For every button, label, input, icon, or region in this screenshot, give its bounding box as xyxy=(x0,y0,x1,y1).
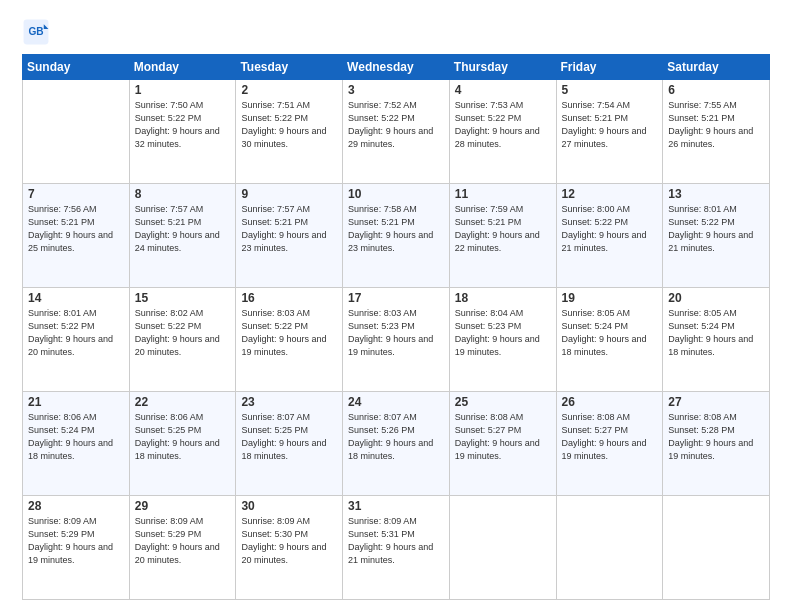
day-detail: Sunrise: 8:09 AMSunset: 5:29 PMDaylight:… xyxy=(135,515,231,567)
calendar-cell: 31Sunrise: 8:09 AMSunset: 5:31 PMDayligh… xyxy=(343,496,450,600)
day-number: 30 xyxy=(241,499,337,513)
day-number: 25 xyxy=(455,395,551,409)
day-number: 13 xyxy=(668,187,764,201)
calendar-cell: 4Sunrise: 7:53 AMSunset: 5:22 PMDaylight… xyxy=(449,80,556,184)
day-detail: Sunrise: 7:51 AMSunset: 5:22 PMDaylight:… xyxy=(241,99,337,151)
day-number: 10 xyxy=(348,187,444,201)
calendar-cell: 1Sunrise: 7:50 AMSunset: 5:22 PMDaylight… xyxy=(129,80,236,184)
calendar-cell: 10Sunrise: 7:58 AMSunset: 5:21 PMDayligh… xyxy=(343,184,450,288)
day-number: 24 xyxy=(348,395,444,409)
day-number: 23 xyxy=(241,395,337,409)
calendar-week-3: 21Sunrise: 8:06 AMSunset: 5:24 PMDayligh… xyxy=(23,392,770,496)
day-detail: Sunrise: 7:53 AMSunset: 5:22 PMDaylight:… xyxy=(455,99,551,151)
day-number: 3 xyxy=(348,83,444,97)
day-detail: Sunrise: 8:07 AMSunset: 5:25 PMDaylight:… xyxy=(241,411,337,463)
logo-icon: GB xyxy=(22,18,50,46)
day-number: 31 xyxy=(348,499,444,513)
day-detail: Sunrise: 7:50 AMSunset: 5:22 PMDaylight:… xyxy=(135,99,231,151)
calendar-table: SundayMondayTuesdayWednesdayThursdayFrid… xyxy=(22,54,770,600)
day-detail: Sunrise: 8:03 AMSunset: 5:23 PMDaylight:… xyxy=(348,307,444,359)
calendar-cell: 13Sunrise: 8:01 AMSunset: 5:22 PMDayligh… xyxy=(663,184,770,288)
calendar-cell: 3Sunrise: 7:52 AMSunset: 5:22 PMDaylight… xyxy=(343,80,450,184)
day-detail: Sunrise: 8:08 AMSunset: 5:27 PMDaylight:… xyxy=(562,411,658,463)
calendar-cell: 11Sunrise: 7:59 AMSunset: 5:21 PMDayligh… xyxy=(449,184,556,288)
calendar-cell: 30Sunrise: 8:09 AMSunset: 5:30 PMDayligh… xyxy=(236,496,343,600)
day-detail: Sunrise: 8:01 AMSunset: 5:22 PMDaylight:… xyxy=(668,203,764,255)
day-number: 2 xyxy=(241,83,337,97)
day-number: 16 xyxy=(241,291,337,305)
day-detail: Sunrise: 8:07 AMSunset: 5:26 PMDaylight:… xyxy=(348,411,444,463)
day-detail: Sunrise: 8:03 AMSunset: 5:22 PMDaylight:… xyxy=(241,307,337,359)
day-number: 27 xyxy=(668,395,764,409)
day-number: 17 xyxy=(348,291,444,305)
day-number: 18 xyxy=(455,291,551,305)
day-number: 28 xyxy=(28,499,124,513)
day-number: 12 xyxy=(562,187,658,201)
day-number: 14 xyxy=(28,291,124,305)
calendar-cell: 19Sunrise: 8:05 AMSunset: 5:24 PMDayligh… xyxy=(556,288,663,392)
calendar-header-row: SundayMondayTuesdayWednesdayThursdayFrid… xyxy=(23,55,770,80)
day-detail: Sunrise: 8:05 AMSunset: 5:24 PMDaylight:… xyxy=(562,307,658,359)
day-detail: Sunrise: 8:09 AMSunset: 5:30 PMDaylight:… xyxy=(241,515,337,567)
day-detail: Sunrise: 8:01 AMSunset: 5:22 PMDaylight:… xyxy=(28,307,124,359)
calendar-cell: 2Sunrise: 7:51 AMSunset: 5:22 PMDaylight… xyxy=(236,80,343,184)
calendar-header-friday: Friday xyxy=(556,55,663,80)
calendar-cell: 20Sunrise: 8:05 AMSunset: 5:24 PMDayligh… xyxy=(663,288,770,392)
day-number: 22 xyxy=(135,395,231,409)
day-number: 5 xyxy=(562,83,658,97)
calendar-cell xyxy=(556,496,663,600)
day-number: 20 xyxy=(668,291,764,305)
day-number: 26 xyxy=(562,395,658,409)
calendar-cell xyxy=(23,80,130,184)
day-number: 11 xyxy=(455,187,551,201)
day-number: 21 xyxy=(28,395,124,409)
day-detail: Sunrise: 7:57 AMSunset: 5:21 PMDaylight:… xyxy=(241,203,337,255)
calendar-cell: 14Sunrise: 8:01 AMSunset: 5:22 PMDayligh… xyxy=(23,288,130,392)
calendar-header-monday: Monday xyxy=(129,55,236,80)
calendar-cell: 12Sunrise: 8:00 AMSunset: 5:22 PMDayligh… xyxy=(556,184,663,288)
calendar-header-thursday: Thursday xyxy=(449,55,556,80)
calendar-cell: 16Sunrise: 8:03 AMSunset: 5:22 PMDayligh… xyxy=(236,288,343,392)
calendar-cell: 5Sunrise: 7:54 AMSunset: 5:21 PMDaylight… xyxy=(556,80,663,184)
calendar-cell: 21Sunrise: 8:06 AMSunset: 5:24 PMDayligh… xyxy=(23,392,130,496)
calendar-cell: 8Sunrise: 7:57 AMSunset: 5:21 PMDaylight… xyxy=(129,184,236,288)
day-detail: Sunrise: 7:58 AMSunset: 5:21 PMDaylight:… xyxy=(348,203,444,255)
day-detail: Sunrise: 8:08 AMSunset: 5:27 PMDaylight:… xyxy=(455,411,551,463)
calendar-cell: 26Sunrise: 8:08 AMSunset: 5:27 PMDayligh… xyxy=(556,392,663,496)
day-detail: Sunrise: 8:02 AMSunset: 5:22 PMDaylight:… xyxy=(135,307,231,359)
day-number: 4 xyxy=(455,83,551,97)
calendar-cell: 27Sunrise: 8:08 AMSunset: 5:28 PMDayligh… xyxy=(663,392,770,496)
day-number: 7 xyxy=(28,187,124,201)
day-number: 6 xyxy=(668,83,764,97)
day-detail: Sunrise: 8:09 AMSunset: 5:31 PMDaylight:… xyxy=(348,515,444,567)
day-detail: Sunrise: 8:06 AMSunset: 5:24 PMDaylight:… xyxy=(28,411,124,463)
calendar-cell: 28Sunrise: 8:09 AMSunset: 5:29 PMDayligh… xyxy=(23,496,130,600)
calendar-cell: 29Sunrise: 8:09 AMSunset: 5:29 PMDayligh… xyxy=(129,496,236,600)
calendar-header-tuesday: Tuesday xyxy=(236,55,343,80)
calendar-cell: 24Sunrise: 8:07 AMSunset: 5:26 PMDayligh… xyxy=(343,392,450,496)
calendar-cell: 23Sunrise: 8:07 AMSunset: 5:25 PMDayligh… xyxy=(236,392,343,496)
day-detail: Sunrise: 8:05 AMSunset: 5:24 PMDaylight:… xyxy=(668,307,764,359)
svg-text:GB: GB xyxy=(28,26,43,37)
calendar-cell xyxy=(449,496,556,600)
calendar-week-0: 1Sunrise: 7:50 AMSunset: 5:22 PMDaylight… xyxy=(23,80,770,184)
calendar-header-saturday: Saturday xyxy=(663,55,770,80)
calendar-week-4: 28Sunrise: 8:09 AMSunset: 5:29 PMDayligh… xyxy=(23,496,770,600)
calendar-week-1: 7Sunrise: 7:56 AMSunset: 5:21 PMDaylight… xyxy=(23,184,770,288)
calendar-cell: 7Sunrise: 7:56 AMSunset: 5:21 PMDaylight… xyxy=(23,184,130,288)
day-detail: Sunrise: 7:59 AMSunset: 5:21 PMDaylight:… xyxy=(455,203,551,255)
day-detail: Sunrise: 8:08 AMSunset: 5:28 PMDaylight:… xyxy=(668,411,764,463)
calendar-cell: 9Sunrise: 7:57 AMSunset: 5:21 PMDaylight… xyxy=(236,184,343,288)
day-detail: Sunrise: 8:06 AMSunset: 5:25 PMDaylight:… xyxy=(135,411,231,463)
calendar-header-sunday: Sunday xyxy=(23,55,130,80)
day-number: 19 xyxy=(562,291,658,305)
calendar-cell xyxy=(663,496,770,600)
day-number: 9 xyxy=(241,187,337,201)
calendar-cell: 25Sunrise: 8:08 AMSunset: 5:27 PMDayligh… xyxy=(449,392,556,496)
calendar-cell: 6Sunrise: 7:55 AMSunset: 5:21 PMDaylight… xyxy=(663,80,770,184)
day-number: 8 xyxy=(135,187,231,201)
page: GB SundayMondayTuesdayWednesdayThursdayF… xyxy=(0,0,792,612)
calendar-cell: 18Sunrise: 8:04 AMSunset: 5:23 PMDayligh… xyxy=(449,288,556,392)
day-detail: Sunrise: 7:54 AMSunset: 5:21 PMDaylight:… xyxy=(562,99,658,151)
day-detail: Sunrise: 7:57 AMSunset: 5:21 PMDaylight:… xyxy=(135,203,231,255)
